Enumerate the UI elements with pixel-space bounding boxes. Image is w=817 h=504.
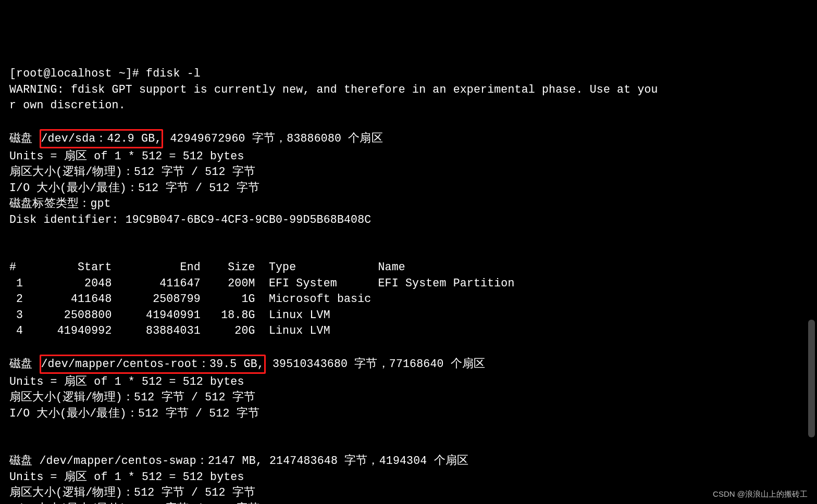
disk1-suffix: 42949672960 字节，83886080 个扇区 [163,132,382,145]
disk3-line: 磁盘 /dev/mapper/centos-swap：2147 MB, 2147… [9,455,468,467]
partition-row: 2 411648 2508799 1G Microsoft basic [9,293,378,305]
disk1-units: Units = 扇区 of 1 * 512 = 512 bytes [9,150,244,162]
disk2-sector-size: 扇区大小(逻辑/物理)：512 字节 / 512 字节 [9,391,255,404]
disk1-identifier: Disk identifier: 19C9B047-6BC9-4CF3-9CB0… [9,213,371,226]
terminal-output: [root@localhost ~]# fdisk -l WARNING: fd… [0,64,817,504]
partition-row: 4 41940992 83884031 20G Linux LVM [9,324,378,337]
disk2-io-size: I/O 大小(最小/最佳)：512 字节 / 512 字节 [9,407,259,420]
scrollbar-thumb[interactable] [808,320,815,437]
disk1-label-type: 磁盘标签类型：gpt [9,197,111,210]
disk1-sector-size: 扇区大小(逻辑/物理)：512 字节 / 512 字节 [9,166,255,178]
disk1-io-size: I/O 大小(最小/最佳)：512 字节 / 512 字节 [9,182,259,194]
disk3-io-size: I/O 大小(最小/最佳)：512 字节 / 512 字节 [9,502,259,505]
partition-row: 1 2048 411647 200M EFI System EFI System… [9,277,515,289]
disk1-prefix: 磁盘 [9,132,40,145]
warning-line: WARNING: fdisk GPT support is currently … [9,83,658,112]
disk3-sector-size: 扇区大小(逻辑/物理)：512 字节 / 512 字节 [9,486,255,499]
disk2-highlight: /dev/mapper/centos-root：39.5 GB, [40,355,266,374]
disk2-suffix: 39510343680 字节，77168640 个扇区 [266,358,485,370]
disk2-units: Units = 扇区 of 1 * 512 = 512 bytes [9,375,244,388]
disk1-highlight: /dev/sda：42.9 GB, [40,129,164,148]
watermark-text: CSDN @浪浪山上的搬砖工 [713,486,808,502]
partition-row: 3 2508800 41940991 18.8G Linux LVM [9,309,378,321]
disk3-units: Units = 扇区 of 1 * 512 = 512 bytes [9,471,244,483]
disk2-prefix: 磁盘 [9,358,40,370]
prompt-line: [root@localhost ~]# fdisk -l [9,67,201,80]
partition-table-header: # Start End Size Type Name [9,261,405,273]
